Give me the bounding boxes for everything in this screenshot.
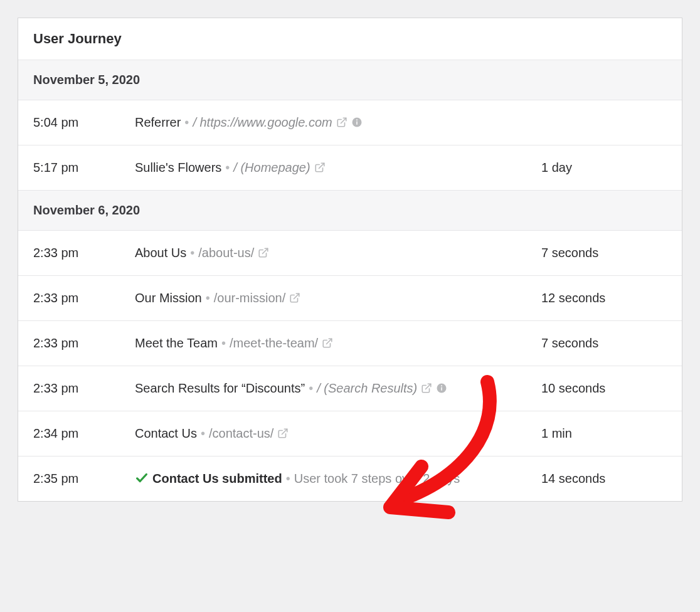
row-title: Referrer (135, 115, 181, 129)
row-time: 2:33 pm (33, 243, 135, 263)
svg-point-11 (441, 385, 442, 386)
row-duration: 12 seconds (541, 288, 667, 308)
row-time: 5:04 pm (33, 113, 135, 132)
user-journey-card: User Journey November 5, 20205:04 pmRefe… (18, 18, 682, 502)
external-link-icon[interactable] (258, 247, 269, 258)
svg-line-5 (263, 248, 268, 253)
row-title: Meet the Team (135, 336, 218, 350)
journey-row: 5:17 pmSullie's Flowers•/ (Homepage) 1 d… (18, 145, 682, 191)
row-time: 2:34 pm (33, 424, 135, 443)
row-title: Our Mission (135, 291, 202, 305)
journey-row: 2:33 pmSearch Results for “Discounts”•/ … (18, 366, 682, 411)
row-title: Contact Us (135, 426, 197, 440)
check-icon (135, 471, 149, 485)
row-duration: 7 seconds (541, 243, 667, 263)
journey-row: 5:04 pmReferrer•/ https://www.google.com (18, 100, 682, 145)
separator-dot: • (305, 381, 317, 395)
row-path: / https://www.google.com (193, 115, 332, 129)
separator-dot: • (186, 246, 198, 260)
row-title: Sullie's Flowers (135, 161, 221, 174)
card-title: User Journey (33, 31, 667, 47)
svg-line-7 (327, 339, 332, 344)
separator-dot: • (282, 472, 294, 485)
separator-dot: • (218, 336, 230, 350)
row-main: Meet the Team•/meet-the-team/ (135, 334, 541, 353)
row-duration: 7 seconds (541, 334, 667, 353)
external-link-icon[interactable] (314, 162, 326, 173)
row-main: About Us•/about-us/ (135, 243, 541, 263)
row-main: Contact Us•/contact-us/ (135, 424, 541, 443)
journey-row: 2:35 pm Contact Us submitted•User took 7… (18, 456, 682, 501)
svg-line-8 (426, 384, 431, 389)
external-link-icon[interactable] (289, 292, 300, 303)
row-time: 2:33 pm (33, 379, 135, 398)
row-title: Contact Us submitted (152, 472, 282, 485)
row-title: Search Results for “Discounts” (135, 381, 305, 395)
info-icon[interactable] (351, 117, 363, 128)
svg-line-4 (319, 163, 324, 168)
journey-row: 2:33 pmMeet the Team•/meet-the-team/ 7 s… (18, 321, 682, 366)
row-main: Our Mission•/our-mission/ (135, 288, 541, 308)
svg-line-12 (282, 429, 287, 434)
row-duration: 1 min (541, 424, 667, 443)
journey-row: 2:34 pmContact Us•/contact-us/ 1 min (18, 411, 682, 456)
group-date-header: November 5, 2020 (18, 60, 682, 100)
row-path: /about-us/ (198, 246, 254, 260)
journey-groups: November 5, 20205:04 pmReferrer•/ https:… (18, 60, 682, 501)
row-path: /meet-the-team/ (230, 336, 318, 350)
group-date-header: November 6, 2020 (18, 191, 682, 231)
external-link-icon[interactable] (421, 382, 432, 394)
external-link-icon[interactable] (336, 117, 347, 128)
row-path: /our-mission/ (214, 291, 285, 305)
row-path: / (Search Results) (317, 381, 417, 395)
svg-line-6 (294, 293, 299, 298)
info-icon[interactable] (436, 382, 447, 394)
row-path: /contact-us/ (209, 426, 273, 440)
journey-row: 2:33 pmOur Mission•/our-mission/ 12 seco… (18, 276, 682, 321)
separator-dot: • (197, 426, 209, 440)
row-main: Referrer•/ https://www.google.com (135, 113, 541, 132)
separator-dot: • (202, 291, 214, 305)
row-duration: 10 seconds (541, 379, 667, 398)
journey-row: 2:33 pmAbout Us•/about-us/ 7 seconds (18, 231, 682, 276)
row-time: 2:35 pm (33, 469, 135, 488)
row-title: About Us (135, 246, 186, 260)
row-duration: 14 seconds (541, 469, 667, 488)
external-link-icon[interactable] (322, 337, 333, 349)
row-main: Search Results for “Discounts”•/ (Search… (135, 379, 541, 398)
svg-rect-2 (356, 122, 358, 125)
svg-rect-10 (442, 388, 443, 391)
svg-point-3 (356, 119, 358, 120)
row-time: 2:33 pm (33, 288, 135, 308)
svg-line-0 (341, 118, 346, 123)
row-time: 5:17 pm (33, 158, 135, 177)
separator-dot: • (181, 115, 193, 129)
row-duration: 1 day (541, 158, 667, 177)
row-main: Sullie's Flowers•/ (Homepage) (135, 158, 541, 177)
separator-dot: • (221, 161, 233, 174)
row-path: / (Homepage) (233, 161, 310, 174)
external-link-icon[interactable] (277, 428, 289, 439)
row-time: 2:33 pm (33, 334, 135, 353)
row-summary: User took 7 steps over 2 days (294, 472, 460, 485)
row-main: Contact Us submitted•User took 7 steps o… (135, 469, 541, 488)
card-header: User Journey (18, 18, 682, 60)
